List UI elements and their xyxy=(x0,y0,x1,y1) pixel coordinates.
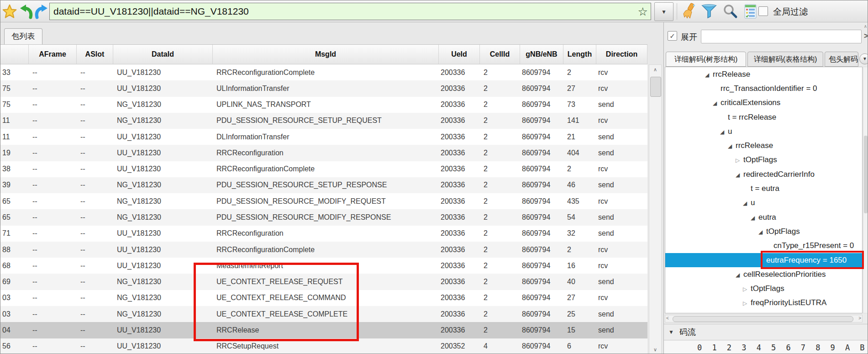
col-header-msgid[interactable]: MsgId xyxy=(213,45,439,64)
tree-node[interactable]: tOptFlags xyxy=(665,281,862,296)
table-row[interactable]: 39 -- -- NG_V181230 PDU_SESSION_RESOURCE… xyxy=(0,177,647,193)
cell-aslot: -- xyxy=(77,197,113,206)
tree-node[interactable]: cellReselectionPriorities xyxy=(665,267,862,281)
scroll-up-arrow-icon[interactable]: ∧ xyxy=(649,65,661,74)
tree-expander-icon[interactable] xyxy=(713,98,721,107)
chevron-right-icon[interactable]: > xyxy=(864,32,868,41)
tree-node[interactable]: cnType_r15Present = 0 xyxy=(665,239,862,253)
cell-msgid: PDU_SESSION_RESOURCE_SETUP_RESPONSE xyxy=(213,181,439,189)
bookmark-star-icon[interactable]: ☆ xyxy=(638,4,648,19)
tree-node[interactable]: rrcRelease xyxy=(665,138,862,153)
tree-node[interactable]: u xyxy=(665,124,862,138)
tree-vertical-scrollbar[interactable] xyxy=(863,67,868,313)
tree-expander-icon[interactable] xyxy=(736,155,743,164)
cell-dataid: NG_V181230 xyxy=(113,294,213,302)
tree-search-input[interactable] xyxy=(701,30,862,43)
apply-filter-button[interactable] xyxy=(701,3,717,20)
col-header-aslot[interactable]: ASlot xyxy=(77,45,113,64)
col-header-cellid[interactable]: CellId xyxy=(480,45,520,64)
cell-gnb: 8609794 xyxy=(520,310,563,318)
tree-node[interactable]: tOptFlags xyxy=(665,153,862,167)
tree-expander-icon[interactable] xyxy=(743,284,751,293)
table-row[interactable]: 69 -- -- NG_V181230 UE_CONTEXT_RELEASE_R… xyxy=(0,274,647,290)
search-button[interactable] xyxy=(722,3,738,20)
tree-node-label: freqPriorityListEUTRA xyxy=(751,298,826,307)
clear-filter-button[interactable] xyxy=(680,3,696,20)
tab-decode-table[interactable]: 详细解码(表格结构) xyxy=(747,52,823,67)
tab-packet-list[interactable]: 包列表 xyxy=(4,28,42,44)
tab-decode-tree[interactable]: 详细解码(树形结构) xyxy=(666,52,746,67)
table-row[interactable]: 75 -- -- UU_V181230 ULInformationTransfe… xyxy=(0,80,647,96)
table-row[interactable]: 03 -- -- NG_V181230 UE_CONTEXT_RELEASE_C… xyxy=(0,306,647,322)
table-row[interactable]: 65 -- -- NG_V181230 PDU_SESSION_RESOURCE… xyxy=(0,193,647,209)
filter-history-dropdown[interactable]: ▼ xyxy=(654,2,673,21)
col-header-length[interactable]: Length xyxy=(563,45,596,64)
tree-node[interactable]: t = rrcRelease xyxy=(665,110,862,124)
tree-horizontal-scrollbar[interactable]: < > xyxy=(665,315,863,322)
favorites-star-button[interactable] xyxy=(1,3,18,20)
table-row[interactable]: 68 -- -- UU_V181230 MeasurementReport 20… xyxy=(0,258,647,274)
col-header-gnb[interactable]: gNB/eNB xyxy=(520,45,563,64)
table-row[interactable]: 11 -- -- UU_V181230 DLInformationTransfe… xyxy=(0,129,647,145)
tree-expander-icon[interactable] xyxy=(743,298,751,307)
expand-checkbox[interactable]: ✓ xyxy=(668,31,677,41)
scroll-right-arrow-icon[interactable]: > xyxy=(858,316,861,321)
tree-node[interactable]: t = eutra xyxy=(665,181,862,195)
tree-node[interactable]: freqPriorityListEUTRA xyxy=(665,296,862,310)
redo-button[interactable] xyxy=(33,3,50,20)
tree-node[interactable]: u xyxy=(665,196,862,210)
tree-expander-icon[interactable] xyxy=(720,127,728,136)
col-header-direction[interactable]: Direction xyxy=(596,45,647,64)
tree-node-label: tOptFlags xyxy=(743,155,777,164)
table-row[interactable]: 56 -- -- UU_V181230 RRCSetupRequest 2003… xyxy=(0,338,647,354)
tree-expander-icon[interactable] xyxy=(736,270,743,279)
column-settings-button[interactable] xyxy=(742,3,758,20)
stream-section-header[interactable]: ▼ 码流 xyxy=(664,324,868,340)
table-row[interactable]: 19 -- -- UU_V181230 RRCReconfiguration 2… xyxy=(0,145,647,161)
tree-node[interactable]: rrcRelease xyxy=(665,67,862,81)
tree-node[interactable]: eutra xyxy=(665,210,862,224)
cell-gnb: 8609794 xyxy=(520,326,563,334)
cell-direction: send xyxy=(596,181,647,189)
col-header-index[interactable] xyxy=(0,45,29,64)
tab-header-decode[interactable]: 包头解码 xyxy=(825,52,858,67)
cell-aframe: -- xyxy=(29,246,77,254)
table-row[interactable]: 11 -- -- NG_V181230 PDU_SESSION_RESOURCE… xyxy=(0,113,647,129)
filter-input[interactable] xyxy=(50,3,651,20)
packet-table-vertical-scrollbar[interactable]: ∧ ∨ xyxy=(649,64,662,354)
tab-overflow-dropdown[interactable]: ▼ xyxy=(859,53,868,64)
scroll-down-arrow-icon[interactable]: ∨ xyxy=(649,345,661,354)
tree-node[interactable]: redirectedCarrierInfo xyxy=(665,167,862,181)
tree-expander-icon[interactable] xyxy=(743,198,751,207)
table-row[interactable]: 38 -- -- UU_V181230 RRCReconfigurationCo… xyxy=(0,161,647,177)
col-header-ueid[interactable]: UeId xyxy=(439,45,480,64)
tree-node[interactable]: eutraFrequency = 1650 xyxy=(665,253,862,267)
tree-node[interactable]: tOptFlags xyxy=(665,224,862,238)
tree-node[interactable]: criticalExtensions xyxy=(665,96,862,110)
table-row[interactable]: 75 -- -- NG_V181230 UPLINK_NAS_TRANSPORT… xyxy=(0,97,647,113)
tree-node[interactable]: rrc_TransactionIdentifier = 0 xyxy=(665,81,862,95)
table-row[interactable]: 04 -- -- UU_V181230 RRCRelease 200336 2 … xyxy=(0,322,647,338)
col-header-dataid[interactable]: DataId xyxy=(113,45,213,64)
tree-expander-icon[interactable] xyxy=(751,213,758,222)
cell-ueid: 200336 xyxy=(439,116,480,125)
hex-scroll-up-arrow-icon[interactable]: ∧ xyxy=(864,24,867,29)
tree-expander-icon[interactable] xyxy=(758,227,766,236)
table-row[interactable]: 88 -- -- UU_V181230 RRCReconfigurationCo… xyxy=(0,242,647,258)
tree-expander-icon[interactable] xyxy=(728,141,736,150)
col-header-aframe[interactable]: AFrame xyxy=(29,45,77,64)
table-row[interactable]: 33 -- -- UU_V181230 RRCReconfigurationCo… xyxy=(0,64,647,80)
table-row[interactable]: 71 -- -- UU_V181230 RRCReconfiguration 2… xyxy=(0,226,647,242)
scrollbar-thumb[interactable] xyxy=(673,316,853,322)
scrollbar-thumb[interactable] xyxy=(650,77,661,97)
scroll-left-arrow-icon[interactable]: < xyxy=(666,316,669,321)
scrollbar-thumb[interactable] xyxy=(864,136,868,213)
table-row[interactable]: 03 -- -- NG_V181230 UE_CONTEXT_RELEASE_C… xyxy=(0,290,647,306)
undo-button[interactable] xyxy=(18,3,34,20)
collapse-triangle-icon[interactable]: ▼ xyxy=(668,324,674,340)
app-window: ☆ ▼ xyxy=(0,0,868,354)
tree-expander-icon[interactable] xyxy=(736,170,743,179)
global-filter-checkbox[interactable] xyxy=(758,6,768,16)
tree-expander-icon[interactable] xyxy=(705,70,713,79)
table-row[interactable]: 65 -- -- NG_V181230 PDU_SESSION_RESOURCE… xyxy=(0,209,647,225)
